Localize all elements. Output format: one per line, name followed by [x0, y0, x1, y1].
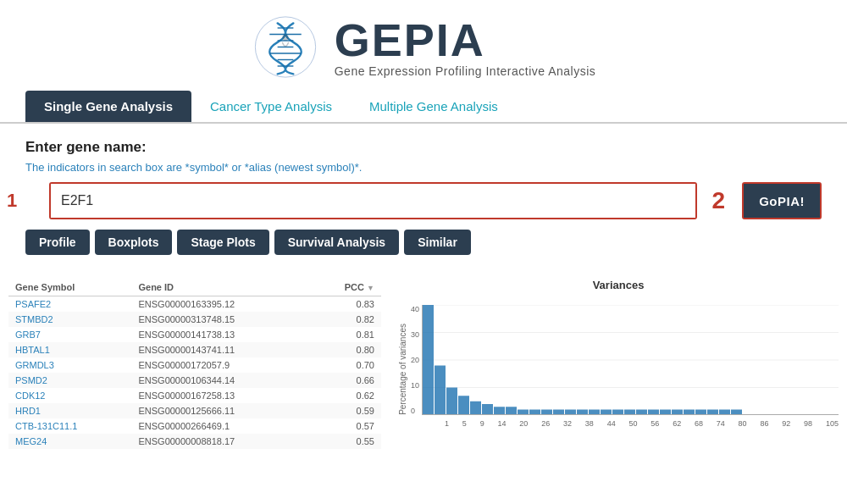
app-subtitle: Gene Expression Profiling Interactive An… [335, 64, 596, 78]
x-tick-label: 38 [585, 419, 594, 428]
gene-id-cell: ENSG00000172057.9 [131, 357, 310, 373]
svg-rect-18 [482, 404, 493, 414]
x-tick-label: 44 [607, 419, 616, 428]
goopia-button[interactable]: GoPIA! [744, 184, 820, 218]
x-tick-label: 9 [480, 419, 484, 428]
gene-symbol-cell: MEG24 [8, 434, 131, 449]
gene-symbol-cell: PSAFE2 [8, 296, 131, 313]
gene-table-panel: Gene Symbol Gene ID PCC ▼ PSAFE2 ENSG000… [8, 279, 381, 449]
y-tick-10: 10 [411, 381, 419, 390]
svg-rect-31 [636, 410, 647, 415]
x-tick-label: 86 [760, 419, 768, 428]
gene-id-cell: ENSG00000141738.13 [131, 327, 310, 342]
svg-rect-39 [731, 410, 742, 415]
svg-rect-30 [624, 410, 635, 415]
x-tick-label: 98 [804, 419, 812, 428]
gene-symbol-cell: GRB7 [8, 327, 131, 342]
x-tick-label: 62 [673, 419, 681, 428]
svg-rect-24 [553, 410, 564, 415]
table-row: HRD1 ENSG00000125666.11 0.59 [8, 403, 381, 418]
svg-rect-23 [541, 410, 552, 415]
sort-arrow-icon: ▼ [367, 284, 374, 292]
svg-rect-35 [684, 410, 695, 415]
x-tick-label: 56 [650, 419, 659, 428]
tab-cancer-type[interactable]: Cancer Type Analysis [191, 91, 351, 122]
svg-rect-38 [719, 410, 730, 415]
pcc-cell: 0.82 [311, 312, 381, 327]
tab-multiple-gene[interactable]: Multiple Gene Analysis [351, 91, 517, 122]
col-header-gene-symbol[interactable]: Gene Symbol [8, 279, 131, 296]
x-tick-label: 5 [462, 419, 467, 428]
step-1-label: 1 [7, 190, 17, 212]
chart-area: Percentage of variances 0 10 20 30 40 15 [398, 296, 839, 415]
svg-rect-29 [612, 410, 623, 415]
profile-button[interactable]: Profile [25, 230, 90, 255]
pcc-cell: 0.80 [311, 342, 381, 357]
goopia-wrapper: GoPIA! [742, 182, 822, 219]
gene-symbol-cell: STMBD2 [8, 312, 131, 327]
svg-rect-33 [660, 410, 671, 415]
step-2-label: 2 [712, 189, 726, 213]
table-row: GRMDL3 ENSG00000172057.9 0.70 [8, 357, 381, 373]
table-row: CDK12 ENSG00000167258.13 0.62 [8, 388, 381, 403]
svg-rect-32 [648, 410, 659, 415]
svg-rect-17 [470, 402, 481, 414]
gene-id-cell: ENSG00000313748.15 [131, 312, 310, 327]
svg-rect-14 [435, 366, 446, 415]
table-row: GRB7 ENSG00000141738.13 0.81 [8, 327, 381, 342]
gene-id-cell: ENSG00000106344.14 [131, 373, 310, 388]
logo-text-block: GEPIA Gene Expression Profiling Interact… [335, 17, 596, 78]
pcc-cell: 0.57 [311, 418, 381, 434]
boxplots-button[interactable]: Boxplots [95, 230, 173, 255]
x-tick-label: 32 [563, 419, 572, 428]
table-row: MEG24 ENSG00000008818.17 0.55 [8, 434, 381, 449]
table-row: PSAFE2 ENSG00000163395.12 0.83 [8, 296, 381, 313]
x-tick-label: 20 [519, 419, 528, 428]
y-axis-label: Percentage of variances [398, 324, 407, 415]
y-tick-30: 30 [411, 330, 419, 339]
table-row: CTB-131C11.1 ENSG00000266469.1 0.57 [8, 418, 381, 434]
gene-id-cell: ENSG00000266469.1 [131, 418, 310, 434]
y-tick-40: 40 [411, 305, 419, 313]
table-row: STMBD2 ENSG00000313748.15 0.82 [8, 312, 381, 327]
bottom-panels: Gene Symbol Gene ID PCC ▼ PSAFE2 ENSG000… [0, 279, 847, 449]
col-header-pcc[interactable]: PCC ▼ [311, 279, 381, 296]
svg-rect-16 [458, 396, 469, 414]
svg-rect-26 [577, 410, 588, 415]
gene-table-body: PSAFE2 ENSG00000163395.12 0.83 STMBD2 EN… [8, 296, 381, 450]
svg-rect-19 [494, 407, 505, 414]
gene-id-cell: ENSG00000163395.12 [131, 296, 310, 313]
pcc-cell: 0.66 [311, 373, 381, 388]
gene-id-cell: ENSG00000143741.11 [131, 342, 310, 357]
svg-rect-27 [589, 410, 600, 415]
x-tick-label: 26 [541, 419, 550, 428]
gene-id-cell: ENSG00000008818.17 [131, 434, 310, 449]
x-tick-label: 80 [739, 419, 747, 428]
col-header-gene-id[interactable]: Gene ID [131, 279, 310, 296]
gene-table: Gene Symbol Gene ID PCC ▼ PSAFE2 ENSG000… [8, 279, 381, 449]
gene-id-cell: ENSG00000125666.11 [131, 403, 310, 418]
x-tick-label: 92 [782, 419, 790, 428]
similar-button[interactable]: Similar [404, 230, 471, 255]
pcc-cell: 0.59 [311, 403, 381, 418]
stage-plots-button[interactable]: Stage Plots [177, 230, 268, 255]
gene-input-wrapper [49, 182, 697, 219]
svg-rect-25 [565, 410, 576, 415]
pcc-cell: 0.83 [311, 296, 381, 313]
action-buttons: Profile Boxplots Stage Plots Survival An… [25, 230, 822, 255]
svg-rect-15 [446, 388, 457, 415]
svg-rect-21 [518, 410, 529, 415]
gene-search-input[interactable] [51, 184, 695, 218]
x-tick-label: 105 [826, 419, 839, 428]
table-row: PSMD2 ENSG00000106344.14 0.66 [8, 373, 381, 388]
y-tick-20: 20 [411, 356, 419, 364]
svg-rect-20 [506, 407, 517, 414]
tab-single-gene[interactable]: Single Gene Analysis [25, 91, 191, 122]
nav-tabs: Single Gene Analysis Cancer Type Analysi… [0, 91, 847, 124]
pcc-cell: 0.62 [311, 388, 381, 403]
app-title: GEPIA [335, 17, 596, 63]
survival-analysis-button[interactable]: Survival Analysis [274, 230, 399, 255]
table-row: HBTAL1 ENSG00000143741.11 0.80 [8, 342, 381, 357]
x-tick-label: 68 [695, 419, 703, 428]
svg-rect-22 [529, 410, 540, 415]
